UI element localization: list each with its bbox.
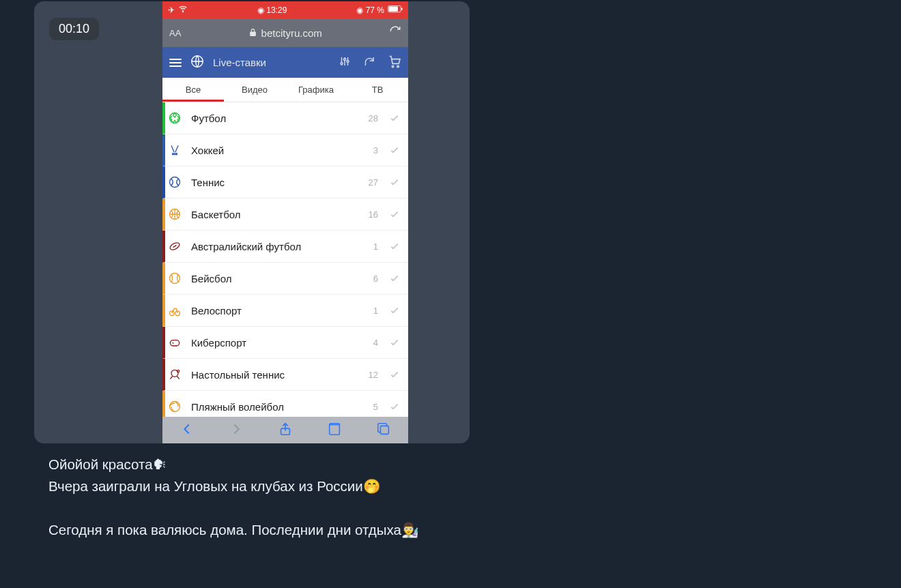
sport-row[interactable]: Бейсбол6 <box>162 263 408 295</box>
page-title: Live-ставки <box>213 57 330 68</box>
sport-count: 1 <box>373 306 378 316</box>
back-icon[interactable] <box>180 422 195 439</box>
message-media-bubble[interactable]: ✈︎ ◉ 13:29 ◉ 77 % AA <box>34 1 470 443</box>
tabs-icon[interactable] <box>376 422 391 439</box>
screen-record-time: ◉ 13:29 <box>257 5 287 15</box>
sport-name: Киберспорт <box>191 337 367 349</box>
check-icon[interactable] <box>389 401 400 412</box>
sport-icon <box>165 304 184 317</box>
text-size-button[interactable]: AA <box>169 28 181 38</box>
sport-name: Настольный теннис <box>191 369 362 381</box>
svg-point-5 <box>341 62 343 64</box>
svg-point-0 <box>182 12 183 12</box>
sport-count: 6 <box>373 274 378 284</box>
svg-point-15 <box>170 311 175 316</box>
sport-icon <box>165 400 184 413</box>
ios-status-bar: ✈︎ ◉ 13:29 ◉ 77 % <box>162 1 408 18</box>
logo-icon[interactable] <box>190 54 205 72</box>
lock-icon <box>248 27 257 39</box>
svg-rect-22 <box>380 426 388 434</box>
sport-count: 27 <box>369 177 378 188</box>
sport-count: 16 <box>369 209 378 220</box>
share-icon[interactable] <box>278 422 293 439</box>
sport-row[interactable]: Австралийский футбол1 <box>162 231 408 263</box>
tab-tv[interactable]: ТВ <box>347 78 408 102</box>
sport-icon <box>165 239 184 253</box>
check-icon[interactable] <box>389 337 400 348</box>
url-display[interactable]: betcityru.com <box>186 27 384 39</box>
svg-point-7 <box>347 60 349 62</box>
video-duration-badge: 00:10 <box>49 18 99 40</box>
screenshot-phone: ✈︎ ◉ 13:29 ◉ 77 % AA <box>162 1 408 443</box>
refresh-icon[interactable] <box>363 55 375 70</box>
sport-icon <box>165 111 184 125</box>
check-icon[interactable] <box>389 145 400 156</box>
message-caption: Ойойой красота🗣 Вчера заиграли на Угловы… <box>48 454 458 563</box>
check-icon[interactable] <box>389 369 400 380</box>
sport-row[interactable]: Настольный теннис12 <box>162 359 408 391</box>
battery-icon <box>388 5 403 15</box>
caption-line3: Сегодня я пока валяюсь дома. Последнии д… <box>48 522 419 538</box>
sport-row[interactable]: Футбол28 <box>162 102 408 134</box>
sport-row[interactable]: Пляжный волейбол5 <box>162 391 408 417</box>
tab-graphic[interactable]: Графика <box>285 78 347 102</box>
sport-name: Хоккей <box>191 145 367 156</box>
sport-row[interactable]: Баскетбол16 <box>162 199 408 231</box>
sport-row[interactable]: Киберспорт4 <box>162 327 408 359</box>
sport-row[interactable]: Велоспорт1 <box>162 295 408 327</box>
safari-bottom-bar <box>162 417 408 443</box>
wifi-icon <box>178 4 188 16</box>
check-icon[interactable] <box>389 273 400 284</box>
svg-rect-17 <box>170 340 179 346</box>
sport-count: 3 <box>373 145 378 156</box>
sport-name: Теннис <box>191 177 362 188</box>
app-header: Live-ставки <box>162 47 408 78</box>
url-text: betcityru.com <box>261 27 322 39</box>
check-icon[interactable] <box>389 209 400 220</box>
hamburger-icon[interactable] <box>169 59 182 67</box>
bookmarks-icon[interactable] <box>327 422 342 439</box>
check-icon[interactable] <box>389 177 400 188</box>
cart-icon[interactable] <box>388 55 401 71</box>
svg-point-19 <box>177 370 179 372</box>
safari-address-bar: AA betcityru.com <box>162 18 408 47</box>
check-icon[interactable] <box>389 305 400 316</box>
svg-point-6 <box>344 58 346 60</box>
reload-icon[interactable] <box>389 25 401 40</box>
sport-icon <box>165 271 184 285</box>
svg-point-8 <box>392 65 394 68</box>
sport-icon <box>165 143 184 157</box>
caption-line2: Вчера заиграли на Угловых на клубах из Р… <box>48 478 381 494</box>
sports-list[interactable]: Футбол28Хоккей3Теннис27Баскетбол16Австра… <box>162 102 408 417</box>
sport-name: Баскетбол <box>191 209 362 220</box>
tabs-bar: Все Видео Графика ТВ <box>162 78 408 102</box>
sport-row[interactable]: Теннис27 <box>162 166 408 199</box>
airplane-icon: ✈︎ <box>168 5 175 15</box>
check-icon[interactable] <box>389 241 400 252</box>
svg-point-9 <box>397 65 399 68</box>
sport-icon <box>165 336 184 349</box>
sport-count: 28 <box>369 113 378 123</box>
forward-icon[interactable] <box>229 422 244 439</box>
settings-sliders-icon[interactable] <box>339 55 351 70</box>
sport-icon <box>165 175 184 189</box>
check-icon[interactable] <box>389 113 400 123</box>
sport-count: 4 <box>373 338 378 348</box>
tab-all[interactable]: Все <box>162 78 224 102</box>
svg-rect-2 <box>389 6 398 11</box>
sport-row[interactable]: Хоккей3 <box>162 134 408 166</box>
sport-name: Велоспорт <box>191 305 367 317</box>
sport-name: Австралийский футбол <box>191 241 367 252</box>
battery-text: ◉ 77 % <box>356 5 384 15</box>
sport-name: Пляжный волейбол <box>191 401 367 413</box>
sport-count: 12 <box>369 370 378 380</box>
sport-icon <box>165 207 184 221</box>
sport-icon <box>165 368 184 381</box>
sport-name: Футбол <box>191 113 362 124</box>
svg-rect-3 <box>401 8 403 10</box>
tab-video[interactable]: Видео <box>224 78 285 102</box>
sport-count: 5 <box>373 402 378 412</box>
sport-count: 1 <box>373 241 378 252</box>
sport-name: Бейсбол <box>191 273 367 284</box>
caption-line1: Ойойой красота🗣 <box>48 456 167 472</box>
